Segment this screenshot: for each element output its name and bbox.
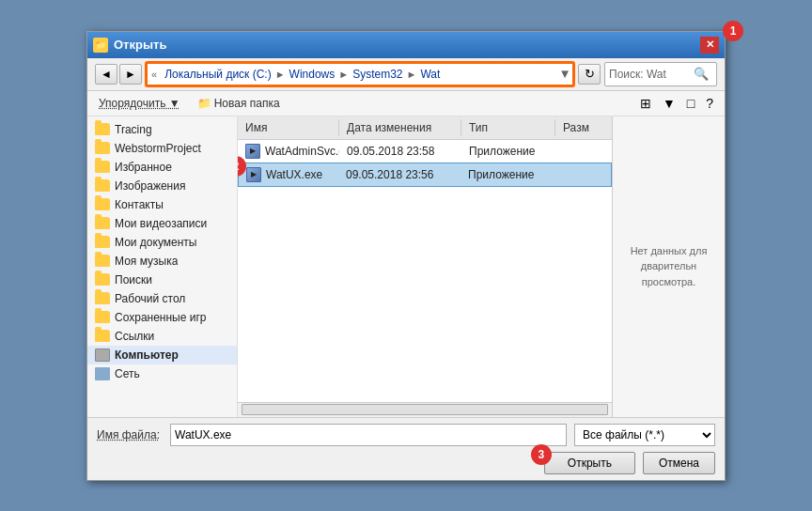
new-folder-label: Новая папка: [214, 97, 280, 110]
refresh-button[interactable]: ↻: [578, 64, 601, 85]
file-size-cell-2: [554, 173, 611, 177]
path-part-system32[interactable]: System32: [352, 68, 402, 81]
sidebar-label-music: Моя музыка: [115, 255, 178, 268]
sidebar-item-docs[interactable]: Мои документы: [87, 233, 237, 252]
main-content: Tracing WebstormProject Избранное Изобра…: [87, 116, 725, 417]
path-sep-1: ►: [275, 69, 286, 80]
col-date[interactable]: Дата изменения: [339, 119, 461, 136]
file-date-cell-2: 09.05.2018 23:56: [338, 166, 461, 183]
forward-button[interactable]: ►: [119, 64, 142, 85]
help-button[interactable]: ?: [702, 94, 717, 113]
sidebar-item-images[interactable]: Изображения: [87, 177, 237, 195]
file-name-1: WatAdminSvc.exe: [265, 145, 339, 158]
sidebar-label-computer: Компьютер: [115, 348, 179, 362]
table-row[interactable]: ▶ WatUX.exe 09.05.2018 23:56 Приложение …: [238, 163, 612, 187]
sidebar-label-network: Сеть: [115, 367, 140, 380]
col-name[interactable]: Имя: [238, 119, 339, 136]
folder-icon-tracing: [95, 123, 110, 135]
close-button[interactable]: ✕: [700, 37, 719, 54]
horizontal-scrollbar[interactable]: [242, 404, 608, 415]
folder-icon-searches: [95, 273, 110, 286]
nav-buttons: ◄ ►: [95, 64, 142, 85]
sidebar-label-webstorm: WebstormProject: [115, 142, 201, 155]
sidebar-label-desktop: Рабочий стол: [115, 292, 185, 305]
sidebar-label-links: Ссылки: [115, 330, 154, 343]
file-name-cell-selected: ▶ WatUX.exe: [239, 165, 338, 184]
filename-input[interactable]: [170, 424, 567, 446]
sidebar-item-webstorm[interactable]: WebstormProject: [87, 139, 237, 158]
sidebar-item-videos[interactable]: Мои видеозаписи: [87, 214, 237, 233]
folder-icon-favorites: [95, 161, 110, 173]
sidebar-item-searches[interactable]: Поиски: [87, 271, 237, 289]
view-toggle-button[interactable]: ⊞: [636, 94, 655, 113]
table-row[interactable]: ▶ WatAdminSvc.exe 09.05.2018 23:58 Прило…: [238, 140, 612, 163]
open-dialog: 📁 Открыть ✕ ◄ ► « Локальный диск (C:) ► …: [86, 31, 726, 481]
address-bar[interactable]: « Локальный диск (C:) ► Windows ► System…: [146, 62, 574, 86]
titlebar-buttons: ✕: [700, 37, 719, 54]
open-btn-wrapper: Открыть 3: [544, 452, 635, 474]
path-part-wat[interactable]: Wat: [420, 68, 440, 81]
folder-icon-images: [95, 179, 110, 192]
sidebar-item-network[interactable]: Сеть: [87, 364, 237, 383]
sidebar-label-contacts: Контакты: [115, 198, 164, 211]
file-list-header: Имя Дата изменения Тип Разм: [238, 116, 612, 140]
col-size[interactable]: Разм: [555, 119, 612, 136]
secondary-toolbar: Упорядочить ▼ 📁 Новая папка ⊞ ▼ □ ?: [87, 91, 725, 116]
sidebar-item-favorites[interactable]: Избранное: [87, 158, 237, 177]
filename-label: Имя файла:: [97, 428, 163, 441]
exe-icon-1: ▶: [245, 144, 260, 159]
file-type-cell-1: Приложение: [461, 143, 555, 160]
file-type-1: Приложение: [469, 145, 535, 158]
folder-icon-webstorm: [95, 142, 110, 154]
folder-icon-desktop: [95, 292, 110, 304]
sidebar-item-contacts[interactable]: Контакты: [87, 195, 237, 214]
filetype-select[interactable]: Все файлы (*.*): [574, 424, 715, 446]
file-date-2: 09.05.2018 23:56: [346, 168, 433, 181]
sidebar-label-searches: Поиски: [115, 273, 152, 286]
search-icon[interactable]: 🔍: [694, 67, 709, 81]
sidebar-label-saved-games: Сохраненные игр: [115, 311, 207, 324]
path-sep-3: ►: [407, 69, 417, 80]
address-dropdown-button[interactable]: ▼: [557, 63, 572, 85]
path-sep-2: ►: [338, 69, 349, 80]
sidebar-item-music[interactable]: Моя музыка: [87, 252, 237, 271]
sidebar-item-tracing[interactable]: Tracing: [87, 120, 237, 139]
back-button[interactable]: ◄: [95, 64, 117, 85]
view-dropdown-button[interactable]: ▼: [659, 94, 679, 113]
toolbar2-left: Упорядочить ▼ 📁 Новая папка: [95, 95, 286, 112]
folder-icon-saved-games: [95, 311, 110, 323]
file-date-cell-1: 09.05.2018 23:58: [339, 143, 461, 160]
file-date-1: 09.05.2018 23:58: [347, 145, 434, 158]
open-button[interactable]: Открыть: [544, 452, 635, 474]
window-button[interactable]: □: [683, 94, 698, 113]
path-part-drive[interactable]: Локальный диск (C:): [164, 68, 272, 81]
no-preview-text: Нет данных для дварительн просмотра.: [620, 243, 717, 290]
new-folder-button[interactable]: 📁 Новая папка: [192, 95, 286, 112]
folder-icon-contacts: [95, 198, 110, 210]
folder-icon-docs: [95, 236, 110, 248]
badge-3: 3: [531, 444, 552, 465]
col-type[interactable]: Тип: [461, 119, 555, 136]
address-wrapper: « Локальный диск (C:) ► Windows ► System…: [146, 62, 574, 86]
titlebar-left: 📁 Открыть: [93, 38, 166, 53]
sidebar-item-desktop[interactable]: Рабочий стол: [87, 289, 237, 308]
sidebar-item-links[interactable]: Ссылки: [87, 327, 237, 346]
computer-icon: [95, 348, 110, 362]
address-label: «: [148, 69, 161, 80]
bottom-bar: Имя файла: Все файлы (*.*) Открыть 3 Отм…: [87, 417, 725, 480]
folder-icon-music: [95, 255, 110, 267]
path-part-windows[interactable]: Windows: [289, 68, 336, 81]
sidebar: Tracing WebstormProject Избранное Изобра…: [87, 116, 238, 417]
actions-row: Открыть 3 Отмена: [97, 452, 715, 474]
dialog-icon: 📁: [93, 38, 108, 53]
cancel-button[interactable]: Отмена: [643, 452, 715, 474]
sort-button[interactable]: Упорядочить ▼: [95, 95, 184, 112]
search-box: 🔍: [604, 62, 717, 86]
sidebar-item-saved-games[interactable]: Сохраненные игр: [87, 308, 237, 327]
search-input[interactable]: [609, 68, 694, 81]
toolbar2-right: ⊞ ▼ □ ?: [636, 94, 717, 113]
sidebar-item-computer[interactable]: Компьютер: [87, 346, 237, 364]
filename-row: Имя файла: Все файлы (*.*): [97, 424, 715, 446]
file-type-cell-2: Приложение: [461, 166, 554, 183]
sidebar-label-tracing: Tracing: [115, 123, 152, 136]
